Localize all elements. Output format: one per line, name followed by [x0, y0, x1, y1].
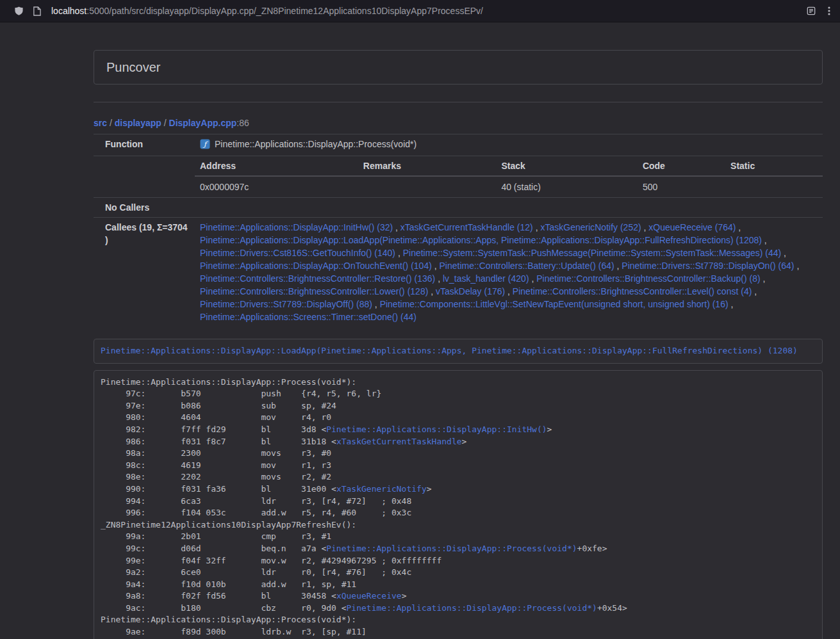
breadcrumb: src / displayapp / DisplayApp.cpp:86 — [94, 118, 823, 128]
callee-link[interactable]: Pinetime::Drivers::Cst816S::GetTouchInfo… — [200, 248, 395, 258]
metrics-value-row: 0x0000097c 40 (static) 500 — [195, 176, 823, 197]
no-callers-row: No Callers — [94, 198, 823, 218]
browser-chrome: localhost:5000/path/src/displayapp/Displ… — [0, 0, 840, 22]
breadcrumb-link[interactable]: DisplayApp.cpp — [169, 118, 237, 128]
symbol-box: Pinetime::Applications::DisplayApp::Load… — [94, 339, 823, 364]
divider — [94, 102, 823, 102]
callee-link[interactable]: Pinetime::Components::LittleVgl::SetNewT… — [380, 299, 729, 309]
content: Puncover src / displayapp / DisplayApp.c… — [94, 22, 823, 639]
callee-link[interactable]: Pinetime::Controllers::BrightnessControl… — [200, 273, 435, 284]
callee-link[interactable]: vTaskDelay (176) — [436, 286, 505, 296]
metrics-cell: Address Remarks Stack Code Static 0x0000… — [195, 156, 823, 198]
callee-link[interactable]: Pinetime::Applications::DisplayApp::OnTo… — [200, 261, 432, 271]
col-address: Address — [195, 156, 358, 176]
breadcrumb-link[interactable]: src — [94, 118, 107, 128]
callee-link[interactable]: Pinetime::Applications::Screens::Timer::… — [200, 312, 416, 322]
empty-cell — [94, 156, 195, 198]
function-name-cell: ƒ Pinetime::Applications::DisplayApp::Pr… — [195, 134, 823, 156]
stack-value: 40 (static) — [496, 176, 638, 197]
page-icon[interactable] — [33, 6, 41, 16]
asm-symbol-link[interactable]: Pinetime::Applications::DisplayApp::Proc… — [347, 603, 597, 613]
callees-list: Pinetime::Applications::DisplayApp::Init… — [195, 218, 823, 327]
disassembly-code: Pinetime::Applications::DisplayApp::Proc… — [101, 377, 627, 639]
disassembly-box: Pinetime::Applications::DisplayApp::Proc… — [94, 370, 823, 639]
callee-link[interactable]: Pinetime::Controllers::BrightnessControl… — [536, 273, 760, 284]
code-value: 500 — [638, 176, 725, 197]
static-value — [725, 176, 823, 197]
function-name: Pinetime::Applications::DisplayApp::Proc… — [215, 139, 416, 149]
callee-link[interactable]: Pinetime::System::SystemTask::PushMessag… — [403, 248, 782, 258]
callee-link[interactable]: Pinetime::Applications::DisplayApp::Init… — [200, 222, 393, 232]
callee-link[interactable]: xQueueReceive (764) — [648, 222, 736, 232]
metrics-table: Address Remarks Stack Code Static 0x0000… — [195, 156, 823, 197]
callees-row: Callees (19, Σ=3704 ) Pinetime::Applicat… — [94, 218, 823, 327]
callee-link[interactable]: Pinetime::Controllers::BrightnessControl… — [513, 286, 752, 296]
asm-symbol-link[interactable]: Pinetime::Applications::DisplayApp::Proc… — [326, 544, 577, 553]
callee-link[interactable]: Pinetime::Controllers::Battery::Update()… — [440, 261, 614, 271]
callees-label: Callees (19, Σ=3704 ) — [94, 218, 195, 327]
kebab-menu-icon[interactable] — [827, 6, 831, 16]
asm-symbol-link[interactable]: xQueueReceive — [336, 591, 402, 601]
page-title-box: Puncover — [94, 50, 823, 85]
col-static: Static — [725, 156, 823, 176]
col-remarks: Remarks — [358, 156, 497, 176]
callee-link[interactable]: Pinetime::Controllers::BrightnessControl… — [200, 286, 428, 296]
function-icon: ƒ — [200, 139, 210, 152]
callee-link[interactable]: xTaskGenericNotify (252) — [540, 222, 641, 232]
address-value: 0x0000097c — [195, 176, 358, 197]
breadcrumb-line-number: :86 — [236, 118, 249, 128]
callee-link[interactable]: xTaskGetCurrentTaskHandle (12) — [400, 222, 533, 232]
asm-symbol-link[interactable]: xTaskGetCurrentTaskHandle — [336, 437, 462, 446]
function-label: Function — [94, 134, 195, 156]
callee-link[interactable]: Pinetime::Drivers::St7789::DisplayOff() … — [200, 299, 372, 309]
callee-link[interactable]: Pinetime::Applications::DisplayApp::Load… — [200, 235, 762, 245]
url-bar[interactable]: localhost:5000/path/src/displayapp/Displ… — [51, 6, 483, 16]
asm-symbol-link[interactable]: xTaskGenericNotify — [336, 484, 427, 494]
empty-cell — [195, 198, 823, 218]
url-path: :5000/path/src/displayapp/DisplayApp.cpp… — [86, 6, 483, 16]
page-title: Puncover — [106, 60, 161, 74]
callee-link[interactable]: Pinetime::Drivers::St7789::DisplayOn() (… — [622, 261, 794, 271]
remarks-value — [358, 176, 497, 197]
breadcrumb-link[interactable]: displayapp — [115, 118, 161, 128]
metrics-row: Address Remarks Stack Code Static 0x0000… — [94, 156, 823, 198]
col-code: Code — [638, 156, 725, 176]
asm-symbol-link[interactable]: Pinetime::Applications::DisplayApp::Init… — [326, 425, 547, 434]
callee-link[interactable]: lv_task_handler (420) — [443, 273, 529, 284]
loadapp-symbol-link[interactable]: Pinetime::Applications::DisplayApp::Load… — [101, 346, 798, 355]
no-callers-label: No Callers — [94, 198, 195, 218]
chrome-actions — [807, 6, 831, 16]
shield-icon[interactable] — [14, 6, 24, 16]
url-host: localhost — [51, 6, 86, 16]
reader-view-icon[interactable] — [807, 6, 816, 15]
col-stack: Stack — [496, 156, 638, 176]
metrics-header-row: Address Remarks Stack Code Static — [195, 156, 823, 176]
function-table: Function ƒ Pinetime::Applications::Displ… — [94, 134, 823, 327]
function-row: Function ƒ Pinetime::Applications::Displ… — [94, 134, 823, 156]
